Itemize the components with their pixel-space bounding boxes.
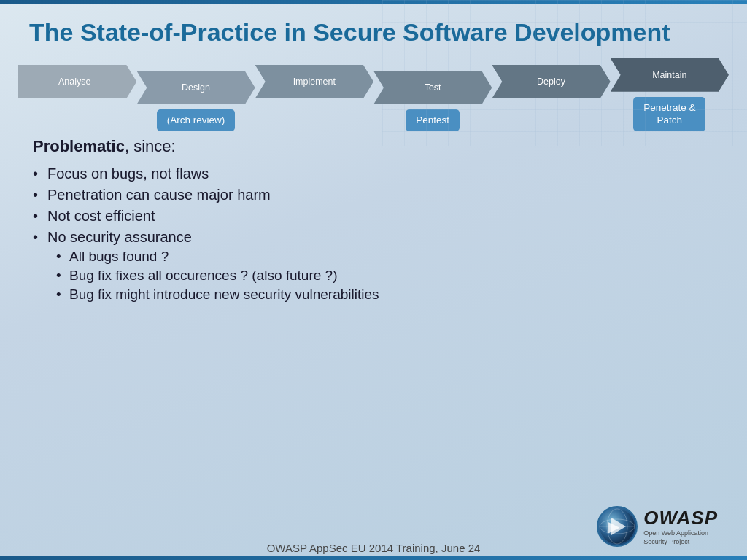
slide: The State-of-Practice in Secure Software… <box>0 0 747 560</box>
chevron-test: Test <box>374 71 492 104</box>
process-flow: Analyse Design (Arch review) Implement T… <box>0 55 747 131</box>
slide-title: The State-of-Practice in Secure Software… <box>29 18 718 47</box>
bullet-3: Not cost efficient <box>33 206 714 227</box>
sub-bullet-list: All bugs found ? Bug fix fixes all occur… <box>47 247 714 304</box>
step-maintain: Maintain Penetrate &Patch <box>611 58 729 131</box>
bottom-bar <box>0 556 747 560</box>
chevron-implement: Implement <box>255 65 374 98</box>
bullet-list: Focus on bugs, not flaws Penetration can… <box>33 163 714 306</box>
owasp-title: OWASP <box>643 507 718 529</box>
chevron-analyse: Analyse <box>18 65 136 98</box>
sub-bullet-1: All bugs found ? <box>47 247 714 266</box>
chevron-maintain: Maintain <box>611 58 729 92</box>
owasp-text: OWASP Open Web ApplicationSecurity Proje… <box>643 507 718 546</box>
bullet-2: Penetration can cause major harm <box>33 184 714 206</box>
sub-bullet-3: Bug fix might introduce new security vul… <box>47 285 714 304</box>
owasp-logo: OWASP Open Web ApplicationSecurity Proje… <box>597 506 718 547</box>
owasp-subtitle: Open Web ApplicationSecurity Project <box>643 529 718 546</box>
penetrate-patch-tag: Penetrate &Patch <box>633 97 705 131</box>
bullet-1: Focus on bugs, not flaws <box>33 163 714 184</box>
chevron-design: Design <box>136 71 255 104</box>
owasp-globe-icon <box>597 506 638 547</box>
pentest-tag: Pentest <box>406 109 460 131</box>
globe-svg <box>598 508 636 545</box>
bullet-4: No security assurance All bugs found ? B… <box>33 227 714 306</box>
problematic-suffix: , since: <box>125 137 176 155</box>
footer-text: OWASP AppSec EU 2014 Training, June 24 <box>267 542 481 554</box>
main-content: Problematic, since: Focus on bugs, not f… <box>0 131 747 536</box>
header: The State-of-Practice in Secure Software… <box>0 4 747 55</box>
sub-bullet-2: Bug fix fixes all occurences ? (also fut… <box>47 266 714 285</box>
step-design: Design (Arch review) <box>136 71 255 131</box>
chevron-deploy: Deploy <box>492 65 610 98</box>
step-analyse: Analyse <box>18 65 136 131</box>
arch-review-tag: (Arch review) <box>157 109 236 131</box>
problematic-label: Problematic <box>33 137 125 155</box>
problematic-intro: Problematic, since: <box>33 137 714 156</box>
step-implement: Implement <box>255 65 374 131</box>
step-test: Test Pentest <box>374 71 492 131</box>
step-deploy: Deploy <box>492 65 610 131</box>
